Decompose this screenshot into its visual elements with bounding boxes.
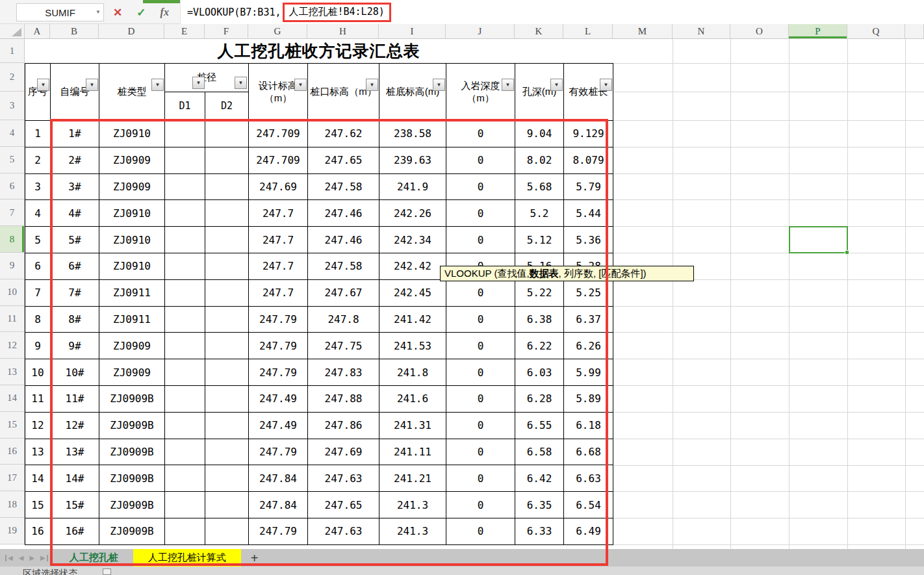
row-header-14[interactable]: 14 [0,385,25,412]
table-cell[interactable]: 241.3 [379,518,446,544]
column-header-Q[interactable]: Q [847,24,905,38]
cancel-icon[interactable]: ✕ [113,6,122,19]
column-header-D[interactable]: D [99,24,164,38]
table-cell[interactable] [205,333,249,359]
table-cell[interactable]: 247.79 [249,306,308,333]
table-cell[interactable]: 0 [446,412,515,439]
next-sheet-icon[interactable]: ▶ [29,555,34,561]
column-header-J[interactable]: J [446,24,515,38]
header-sheji-biaogao[interactable]: 设计标高 （m）▼ [249,64,308,121]
column-header-E[interactable]: E [164,24,205,38]
table-cell[interactable]: 247.7 [249,253,308,279]
table-cell[interactable]: ZJ0909 [99,359,165,386]
table-cell[interactable]: ZJ0910 [99,121,165,147]
column-header-G[interactable]: G [248,24,307,38]
table-cell[interactable]: ZJ0909 [99,147,165,173]
row-header-1[interactable]: 1 [0,39,25,63]
column-header-O[interactable]: O [730,24,789,38]
header-ruyan-shendu[interactable]: 入岩深度 （m）▼ [446,64,515,121]
row-header-11[interactable]: 11 [0,306,25,333]
table-cell[interactable]: ZJ0910 [99,227,165,253]
row-header-2[interactable]: 2 [0,63,25,92]
table-cell[interactable]: 12 [25,412,51,439]
table-cell[interactable]: 0 [446,147,515,173]
table-cell[interactable]: 13# [51,439,99,465]
table-cell[interactable]: 0 [446,279,515,306]
row-header-16[interactable]: 16 [0,439,25,465]
table-cell[interactable]: 247.58 [308,173,379,200]
table-cell[interactable]: 5.99 [564,359,613,386]
table-cell[interactable]: 10 [25,359,51,386]
table-cell[interactable] [165,333,205,359]
table-cell[interactable]: 0 [446,518,515,544]
column-header-spacer[interactable] [905,24,924,38]
table-cell[interactable]: 242.42 [379,253,446,279]
table-cell[interactable]: ZJ0909 [99,173,165,200]
table-cell[interactable]: 241.53 [379,333,446,359]
table-cell[interactable]: 247.62 [308,121,379,147]
header-kongshen[interactable]: 孔深(m)▼ [515,64,564,121]
table-cell[interactable]: 8.079 [564,147,613,173]
table-cell[interactable]: 16 [25,518,51,544]
row-header-8[interactable]: 8 [0,226,25,253]
table-cell[interactable]: 6.37 [564,306,613,333]
table-cell[interactable]: 0 [446,439,515,465]
add-sheet-button[interactable]: + [241,552,268,565]
table-cell[interactable] [205,439,249,465]
filter-dropdown-icon[interactable]: ▼ [86,79,98,91]
header-zhuangkou-biaogao[interactable]: 桩口标高（m）▼ [308,64,379,121]
table-cell[interactable]: 247.83 [308,359,379,386]
table-cell[interactable]: ZJ0909B [99,492,165,518]
table-cell[interactable]: 6.42 [515,465,564,492]
header-zhuangjing[interactable]: 桩径▼▼ [165,64,249,92]
table-cell[interactable]: 10# [51,359,99,386]
column-header-L[interactable]: L [563,24,613,38]
table-cell[interactable]: 16# [51,518,99,544]
table-cell[interactable] [205,492,249,518]
table-cell[interactable]: 14# [51,465,99,492]
table-cell[interactable]: 6.18 [564,412,613,439]
filter-dropdown-icon[interactable]: ▼ [433,79,445,91]
table-cell[interactable]: 247.65 [308,147,379,173]
header-youxiao-zhuangchang[interactable]: 有效桩长▼ [564,64,613,121]
table-cell[interactable]: 247.86 [308,412,379,439]
table-cell[interactable] [165,439,205,465]
table-cell[interactable]: ZJ0909B [99,412,165,439]
table-cell[interactable]: 247.84 [249,492,308,518]
table-cell[interactable]: 6.63 [564,465,613,492]
confirm-icon[interactable]: ✓ [136,6,146,19]
table-cell[interactable]: 4# [51,200,99,227]
column-header-K[interactable]: K [515,24,563,38]
table-cell[interactable]: 247.58 [308,253,379,279]
table-cell[interactable] [165,385,205,412]
table-cell[interactable]: 247.46 [308,200,379,227]
column-header-M[interactable]: M [613,24,673,38]
table-cell[interactable]: 2 [25,147,51,173]
column-header-A[interactable]: A [25,24,50,38]
row-header-13[interactable]: 13 [0,359,25,385]
table-cell[interactable]: 241.3 [379,492,446,518]
table-cell[interactable] [165,121,205,147]
table-cell[interactable]: 5 [25,227,51,253]
table-cell[interactable]: 241.8 [379,359,446,386]
sheet-tab-rengongwakongzhuang[interactable]: 人工挖孔桩 [55,549,133,567]
table-cell[interactable]: 247.84 [249,465,308,492]
table-cell[interactable] [205,227,249,253]
table-cell[interactable]: 247.63 [308,465,379,492]
table-cell[interactable]: 247.46 [308,227,379,253]
row-header-19[interactable]: 19 [0,518,25,544]
table-cell[interactable]: 6.49 [564,518,613,544]
table-cell[interactable]: ZJ0909B [99,439,165,465]
row-header-15[interactable]: 15 [0,412,25,439]
selection-mode-icon[interactable] [103,569,111,575]
table-cell[interactable]: 6.22 [515,333,564,359]
table-cell[interactable] [165,465,205,492]
table-cell[interactable]: 238.58 [379,121,446,147]
table-cell[interactable]: 4 [25,200,51,227]
table-cell[interactable]: 247.75 [308,333,379,359]
table-cell[interactable]: 9# [51,333,99,359]
empty-grid-area[interactable] [613,39,924,549]
table-cell[interactable]: 6.58 [515,439,564,465]
row-header-10[interactable]: 10 [0,279,25,306]
table-cell[interactable] [205,412,249,439]
